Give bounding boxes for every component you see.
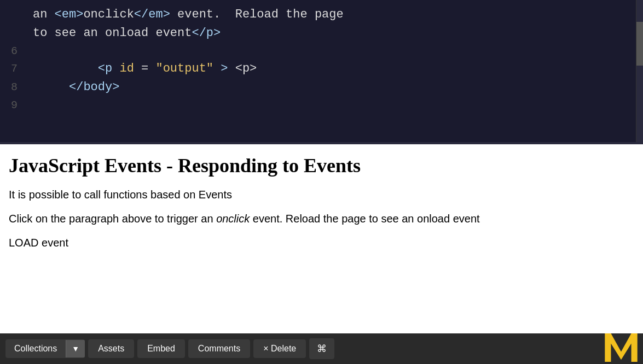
- page-title: JavaScript Events - Responding to Events: [9, 155, 634, 177]
- delete-button[interactable]: × Delete: [253, 339, 306, 358]
- code-line-9: 9: [0, 97, 643, 114]
- svg-marker-0: [605, 333, 637, 362]
- paragraph-3: LOAD event: [9, 235, 634, 250]
- scrollbar-thumb[interactable]: [636, 22, 643, 66]
- university-logo: [605, 333, 638, 362]
- collections-label: Collections: [5, 339, 66, 358]
- code-line-top1: an <em>onclick</em> event. Reload the pa…: [0, 5, 643, 24]
- code-line-7: 7 <p id = "output" > <p>: [0, 60, 643, 78]
- code-line-top2: to see an onload event</p>: [0, 24, 643, 43]
- code-editor: an <em>onclick</em> event. Reload the pa…: [0, 0, 643, 142]
- assets-button[interactable]: Assets: [88, 339, 134, 358]
- paragraph-2: Click on the paragraph above to trigger …: [9, 211, 634, 226]
- embed-button[interactable]: Embed: [137, 339, 185, 358]
- bottom-toolbar: Collections ▼ Assets Embed Comments × De…: [0, 333, 643, 364]
- collections-group[interactable]: Collections ▼: [5, 339, 85, 358]
- collections-dropdown-button[interactable]: ▼: [66, 340, 85, 357]
- code-line-6: 6: [0, 43, 643, 60]
- cmd-button[interactable]: ⌘: [309, 338, 334, 359]
- code-line-8: 8 </body>: [0, 78, 643, 97]
- comments-button[interactable]: Comments: [188, 339, 250, 358]
- content-area: JavaScript Events - Responding to Events…: [0, 144, 643, 333]
- paragraph-1: It is possible to call functions based o…: [9, 187, 634, 202]
